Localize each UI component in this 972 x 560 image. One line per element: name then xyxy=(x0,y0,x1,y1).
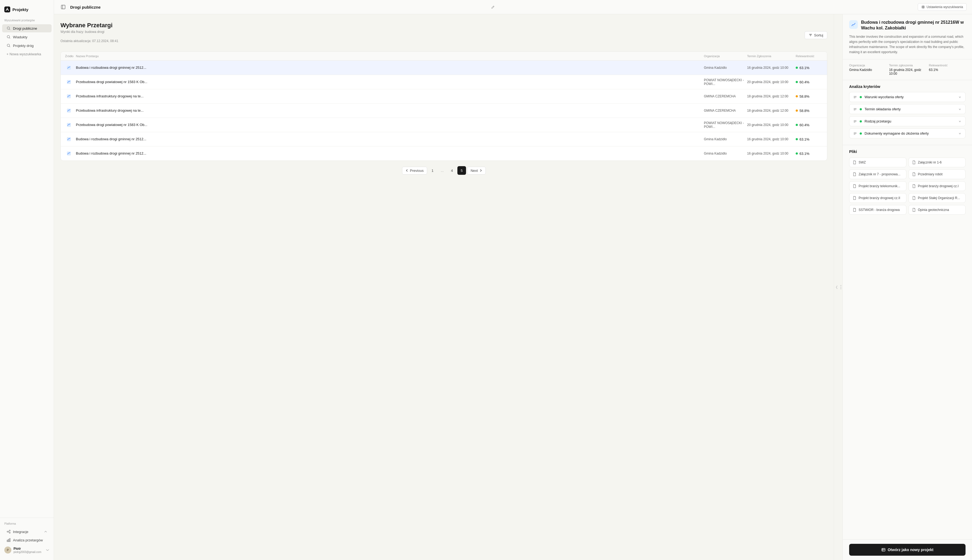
table-row[interactable]: Przebudowa infrastruktury drogowej na te… xyxy=(61,89,827,103)
detail-collapse-handle[interactable] xyxy=(834,14,839,560)
integrations-icon xyxy=(7,530,11,534)
next-label: Next xyxy=(471,168,478,173)
open-project-label: Otwórz jako nowy projekt xyxy=(888,548,934,552)
integrations-label: Integracje xyxy=(13,530,28,534)
sidebar-item-drogi[interactable]: Drogi publiczne xyxy=(2,24,52,32)
app-title: Projekty xyxy=(12,7,28,12)
row-date: 20 grudnia 2024, godz 10:00 xyxy=(747,80,796,84)
search-icon-3 xyxy=(7,43,11,48)
relevance-value: 63.1% xyxy=(800,66,810,70)
file-icon xyxy=(912,172,916,176)
add-search-button[interactable]: + Nowa wyszukiwarka xyxy=(2,50,52,58)
sidebar-section-label: Wyszukiwarki przetargów xyxy=(0,18,54,24)
row-relevance: 60.4% xyxy=(796,123,823,127)
col-org: Organizacja xyxy=(704,55,747,58)
next-page-button[interactable]: Next xyxy=(467,167,486,175)
svg-rect-24 xyxy=(67,80,71,84)
relevance-dot xyxy=(796,81,798,83)
svg-point-4 xyxy=(7,36,10,38)
file-item[interactable]: SSTWiOR - branża drogowa xyxy=(849,205,907,215)
table-row[interactable]: Przebudowa drogi powiatowej nr 1583 K Ob… xyxy=(61,75,827,89)
table-row[interactable]: Budowa i rozbudowa drogi gminnej nr 2512… xyxy=(61,61,827,75)
criteria-label: Warunki wycofania oferty xyxy=(865,95,955,99)
svg-point-10 xyxy=(9,532,10,533)
row-org: Gmina Kadzidlo xyxy=(704,137,747,141)
col-name: Nazwa Przetargu xyxy=(76,55,704,58)
file-item[interactable]: Projekt branży drogowej cz.I xyxy=(908,181,966,191)
sidebar-item-analiza[interactable]: Analiza przetargów xyxy=(2,536,52,544)
criteria-item[interactable]: Termin składania oferty xyxy=(849,104,965,114)
page-4-button[interactable]: 4 xyxy=(448,166,456,175)
criteria-dot xyxy=(860,108,862,110)
next-icon xyxy=(479,169,482,172)
row-date: 20 grudnia 2024, godz 10:00 xyxy=(747,123,796,127)
row-name: Budowa i rozbudowa drogi gminnej nr 2512… xyxy=(76,151,704,156)
file-label: Załączniki nr 1-6 xyxy=(918,160,942,164)
sort-button[interactable]: Sortuj xyxy=(805,31,827,39)
criteria-chevron-icon xyxy=(958,108,962,111)
file-item[interactable]: Załącznik nr 7 - proponowa... xyxy=(849,169,907,179)
relevance-dot xyxy=(796,124,798,126)
row-source-icon xyxy=(65,121,73,129)
meta-org-value: Gmina Kadzidlo xyxy=(849,68,886,72)
file-item[interactable]: Projekt branży drogowej cz.II xyxy=(849,193,907,203)
dots-handle[interactable] xyxy=(839,14,842,560)
row-org: Gmina Kadzidlo xyxy=(704,152,747,155)
relevance-dot xyxy=(796,138,798,140)
file-icon xyxy=(912,208,916,212)
row-source-icon xyxy=(65,107,73,114)
edit-title-icon[interactable] xyxy=(491,5,495,9)
sidebar-toggle-button[interactable] xyxy=(59,3,67,11)
row-org: Gmina Kadzidlo xyxy=(704,66,747,70)
file-item[interactable]: Załączniki nr 1-6 xyxy=(908,158,966,167)
page-1-button[interactable]: 1 xyxy=(428,166,437,175)
criteria-item[interactable]: Rodzaj przetargu xyxy=(849,116,965,126)
file-item[interactable]: Przedmiary robót xyxy=(908,169,966,179)
row-relevance: 63.1% xyxy=(796,137,823,142)
sidebar-item-integracje[interactable]: Integracje xyxy=(2,528,52,536)
results-header: Wybrane Przetargi Wyniki dla frazy: budo… xyxy=(60,22,827,48)
table-row[interactable]: Budowa i rozbudowa drogi gminnej nr 2512… xyxy=(61,132,827,147)
file-icon xyxy=(853,184,857,188)
row-date: 16 grudnia 2024, godz 10:00 xyxy=(747,137,796,141)
user-menu[interactable]: P Piotr piotrg2003@gmail.com xyxy=(0,544,54,556)
table-row[interactable]: Przebudowa drogi powiatowej nr 1583 K Ob… xyxy=(61,118,827,132)
results-title-block: Wybrane Przetargi Wyniki dla frazy: budo… xyxy=(60,22,118,48)
files-section: Pliki SWZ Załączniki nr 1-6 Załącznik nr… xyxy=(843,145,972,219)
svg-rect-27 xyxy=(67,123,71,127)
file-icon xyxy=(853,208,857,212)
col-source: Źródło xyxy=(65,55,76,58)
file-label: SWZ xyxy=(858,160,866,164)
svg-point-9 xyxy=(9,530,10,531)
sidebar-item-label: Drogi publiczne xyxy=(13,27,37,30)
table-row[interactable]: Budowa i rozbudowa drogi gminnej nr 2512… xyxy=(61,147,827,160)
svg-rect-29 xyxy=(67,152,71,155)
sort-icon xyxy=(809,33,812,37)
criteria-item[interactable]: Dokumenty wymagane do złożenia oferty xyxy=(849,128,965,138)
topbar: Drogi publiczne Ustawienia wyszukiwania xyxy=(54,0,972,14)
table-row[interactable]: Przebudowa infrastruktury drogowej na te… xyxy=(61,103,827,118)
table-body: Budowa i rozbudowa drogi gminnej nr 2512… xyxy=(61,61,827,160)
file-label: Załącznik nr 7 - proponowa... xyxy=(858,172,900,176)
relevance-value: 60.4% xyxy=(800,123,810,127)
pagination: Previous 1 ... 4 5 Next xyxy=(60,161,827,180)
svg-rect-26 xyxy=(67,109,71,112)
row-relevance: 58.8% xyxy=(796,109,823,113)
prev-page-button[interactable]: Previous xyxy=(402,167,427,175)
sidebar-item-projekty[interactable]: Projekty dróg xyxy=(2,42,52,50)
file-icon xyxy=(853,160,857,164)
search-settings-button[interactable]: Ustawienia wyszukiwania xyxy=(918,3,967,11)
page-5-button[interactable]: 5 xyxy=(457,166,466,175)
criteria-item[interactable]: Warunki wycofania oferty xyxy=(849,92,965,102)
file-label: Projekt branży drogowej cz.II xyxy=(858,196,900,200)
file-item[interactable]: Projekt Stałej Organizacji R... xyxy=(908,193,966,203)
meta-deadline: Termin zgłoszenia 16 grudnia 2024, godz … xyxy=(889,64,926,75)
file-item[interactable]: Projekt branży telekomunik... xyxy=(849,181,907,191)
file-item[interactable]: Opinia geotechniczna xyxy=(908,205,966,215)
row-name: Przebudowa infrastruktury drogowej na te… xyxy=(76,94,704,99)
open-project-button[interactable]: Otwórz jako nowy projekt xyxy=(849,544,965,556)
svg-line-12 xyxy=(8,532,9,532)
sidebar-item-wiadukty[interactable]: Wiadukty xyxy=(2,33,52,41)
detail-footer: Otwórz jako nowy projekt xyxy=(843,539,972,560)
file-item[interactable]: SWZ xyxy=(849,158,907,167)
